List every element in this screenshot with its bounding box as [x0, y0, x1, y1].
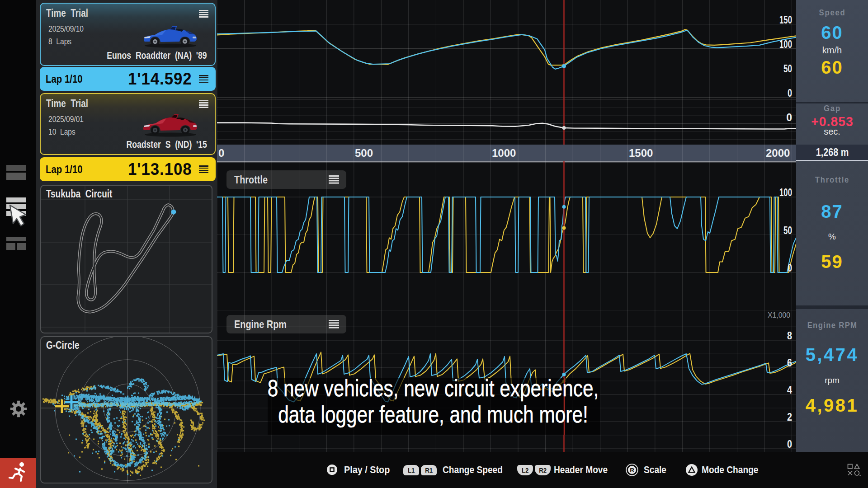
svg-text:2: 2	[787, 411, 792, 423]
svg-text:1000: 1000	[492, 147, 516, 159]
svg-text:Throttle: Throttle	[234, 174, 268, 186]
svg-text:0: 0	[787, 438, 792, 450]
svg-text:Engine Rpm: Engine Rpm	[234, 319, 287, 330]
svg-text:0: 0	[788, 262, 792, 274]
svg-text:6: 6	[787, 357, 792, 369]
svg-text:150: 150	[779, 14, 792, 26]
svg-text:R: R	[630, 467, 634, 474]
svg-text:0: 0	[218, 147, 224, 159]
svg-text:4: 4	[787, 384, 792, 396]
svg-text:100: 100	[779, 187, 792, 198]
svg-text:50: 50	[783, 63, 792, 75]
svg-text:1500: 1500	[629, 147, 653, 159]
svg-text:0: 0	[786, 112, 792, 123]
svg-text:50: 50	[783, 225, 792, 236]
svg-text:8: 8	[787, 330, 792, 342]
svg-text:500: 500	[355, 147, 373, 159]
svg-text:100: 100	[779, 38, 792, 50]
svg-text:X1,000: X1,000	[768, 311, 790, 319]
svg-text:0: 0	[788, 87, 792, 99]
svg-text:2000: 2000	[766, 147, 790, 159]
